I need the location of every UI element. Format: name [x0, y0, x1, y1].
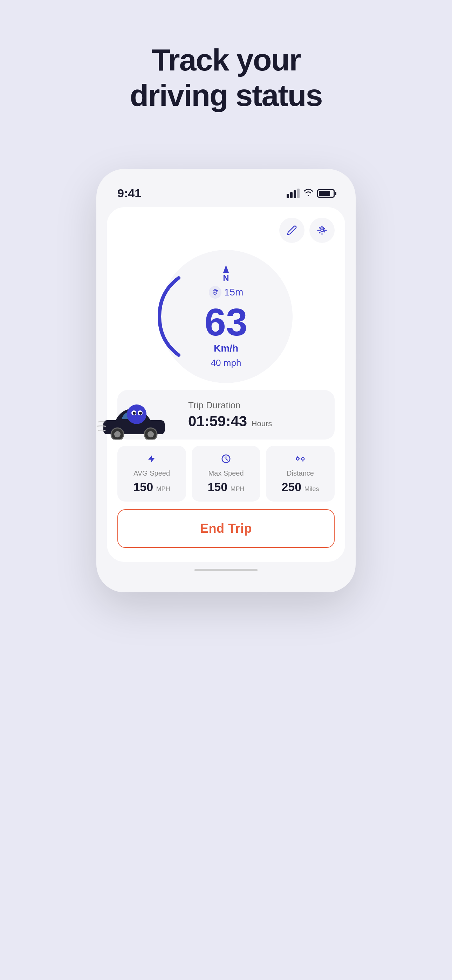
phone-screen: N 15m 63 Km/h 40 mph	[107, 207, 345, 562]
page-title: Track your driving status	[130, 42, 322, 113]
location-distance: 15m	[224, 287, 243, 298]
max-speed-value-display: 150 MPH	[207, 480, 244, 494]
speedometer-circle: N 15m 63 Km/h 40 mph	[159, 250, 293, 383]
car-illustration	[96, 401, 173, 439]
max-speed-unit: MPH	[231, 485, 245, 492]
max-speed-icon	[221, 453, 231, 466]
speed-value: 63	[205, 303, 247, 341]
svg-point-5	[114, 431, 121, 438]
svg-point-2	[216, 290, 218, 291]
max-speed-card: Max Speed 150 MPH	[192, 446, 260, 501]
speed-arc	[156, 271, 180, 362]
speedometer: N 15m 63 Km/h 40 mph	[118, 250, 334, 383]
trip-time-value: 01:59:43	[188, 413, 247, 430]
phone-mockup: 9:41	[96, 169, 356, 592]
svg-point-7	[148, 431, 154, 438]
location-indicator: 15m	[209, 286, 243, 299]
status-icons	[286, 188, 334, 199]
max-speed-value: 150	[207, 480, 228, 493]
trip-time-unit: Hours	[251, 419, 272, 428]
avg-speed-value: 150	[133, 480, 153, 493]
signal-icon	[286, 189, 299, 198]
distance-icon	[295, 453, 306, 466]
distance-value: 250	[282, 480, 301, 493]
distance-value-display: 250 Miles	[282, 480, 319, 494]
distance-label: Distance	[286, 469, 314, 477]
compass-arrow-icon	[223, 265, 229, 273]
top-actions	[118, 218, 334, 243]
speed-unit-km: Km/h	[214, 343, 238, 354]
stats-row: AVG Speed 150 MPH Max Speed 150	[118, 446, 334, 501]
location-icon	[209, 286, 221, 299]
speed-mph: 40 mph	[211, 358, 242, 368]
distance-unit: Miles	[304, 485, 319, 492]
edit-button[interactable]	[279, 218, 304, 243]
battery-icon	[317, 189, 334, 198]
svg-point-15	[302, 458, 304, 461]
avg-speed-card: AVG Speed 150 MPH	[118, 446, 186, 501]
svg-point-1	[214, 291, 216, 293]
status-time: 9:41	[118, 186, 141, 200]
end-trip-button[interactable]: End Trip	[118, 509, 334, 548]
avg-speed-value-display: 150 MPH	[133, 480, 170, 494]
svg-point-8	[127, 404, 146, 424]
avg-speed-unit: MPH	[156, 485, 170, 492]
avg-speed-label: AVG Speed	[134, 469, 170, 477]
route-icon	[317, 225, 327, 235]
compass-direction: N	[223, 274, 229, 283]
trip-info: Trip Duration 01:59:43 Hours	[188, 400, 272, 430]
wifi-icon	[303, 188, 314, 199]
route-button[interactable]	[309, 218, 334, 243]
svg-point-12	[139, 412, 142, 415]
edit-icon	[286, 225, 297, 235]
distance-card: Distance 250 Miles	[266, 446, 334, 501]
home-indicator	[107, 569, 345, 571]
svg-point-14	[296, 458, 299, 461]
compass-indicator: N	[223, 265, 229, 283]
svg-point-11	[133, 412, 135, 415]
avg-speed-icon	[146, 453, 157, 466]
status-bar: 9:41	[107, 183, 345, 207]
home-bar	[194, 569, 258, 571]
trip-time-display: 01:59:43 Hours	[188, 413, 272, 430]
trip-duration-label: Trip Duration	[188, 400, 272, 411]
trip-duration-card: Trip Duration 01:59:43 Hours	[118, 390, 334, 439]
max-speed-label: Max Speed	[208, 469, 244, 477]
